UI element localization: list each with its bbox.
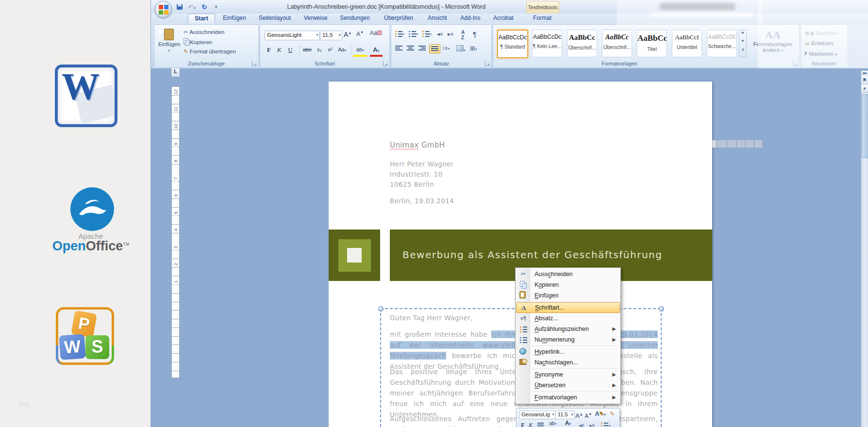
tab-ansicht[interactable]: Ansicht bbox=[424, 14, 451, 23]
split-handle-icon[interactable]: ▬ bbox=[861, 71, 868, 75]
mini-bold-button[interactable]: F bbox=[519, 421, 526, 427]
menu-item-absatz[interactable]: ≡¶Absatz... bbox=[516, 313, 620, 324]
mini-format-painter-button[interactable]: ✎ bbox=[608, 410, 617, 419]
orb-green-square bbox=[159, 10, 163, 15]
align-right-button[interactable] bbox=[418, 45, 426, 51]
grow-font-button[interactable]: A▲ bbox=[344, 31, 351, 38]
mini-justify-button[interactable] bbox=[536, 421, 545, 427]
menu-item-nachschlagen[interactable]: Nachschlagen... bbox=[516, 357, 620, 368]
mini-font-name-combo[interactable]: GeosansLig bbox=[519, 411, 556, 419]
style-card-schwache-hervorhebung[interactable]: AaBbCcDcSchwache... bbox=[707, 30, 737, 57]
menu-item-ausschneiden[interactable]: ✂Ausschneiden bbox=[516, 269, 620, 279]
style-card-titel[interactable]: AaBbCcTitel bbox=[637, 30, 667, 57]
style-card-ueberschrift2[interactable]: AaBbCcÜberschrif... bbox=[602, 30, 632, 57]
textbox-handle-top-left[interactable] bbox=[378, 306, 384, 312]
tab-format-contextual[interactable]: Format bbox=[530, 14, 555, 23]
cut-button[interactable]: ✂ Ausschneiden bbox=[184, 29, 224, 35]
numbering-button[interactable]: ▾ bbox=[409, 31, 418, 37]
subscript-button[interactable]: x₂ bbox=[315, 45, 324, 55]
style-card-standard[interactable]: AaBbCcDc¶ Standard bbox=[497, 30, 528, 58]
change-case-button[interactable]: Aa▾ bbox=[336, 45, 349, 55]
menu-item-einfuegen[interactable]: Einfügen bbox=[516, 290, 620, 301]
tab-ueberpruefen[interactable]: Überprüfen bbox=[380, 14, 417, 23]
tab-sendungen[interactable]: Sendungen bbox=[337, 14, 372, 23]
justify-icon bbox=[431, 46, 438, 52]
superscript-button[interactable]: x² bbox=[325, 45, 335, 55]
style-card-kein-leerraum[interactable]: AaBbCcDc¶ Kein Lee... bbox=[532, 30, 562, 57]
menu-item-formatvorlagen[interactable]: Formatvorlagen▶ bbox=[516, 392, 620, 403]
mini-font-color-button[interactable]: A▾ bbox=[562, 420, 574, 427]
clear-formatting-button[interactable]: Aa bbox=[370, 30, 382, 36]
styles-gallery-scroll[interactable]: ▲▼⇟ bbox=[739, 30, 747, 57]
bullets-button[interactable]: ▾ bbox=[395, 31, 404, 37]
vertical-scrollbar[interactable]: ▬ ▣ ▲ bbox=[861, 70, 868, 427]
dialog-launcher-icon[interactable] bbox=[252, 61, 257, 66]
underline-button[interactable]: U bbox=[284, 45, 296, 55]
menu-item-aufzaehlungszeichen[interactable]: Aufzählungszeichen▶ bbox=[516, 324, 620, 334]
align-left-button[interactable] bbox=[395, 45, 402, 51]
menu-item-nummerierung[interactable]: Nummerierung▶ bbox=[516, 334, 620, 345]
wps-office-logo[interactable]: P W S bbox=[56, 307, 114, 365]
save-button[interactable] bbox=[175, 3, 185, 12]
style-card-untertitel[interactable]: AaBbCcIUntertitel bbox=[672, 30, 702, 57]
show-paragraph-marks-button[interactable]: ¶ bbox=[473, 31, 477, 38]
undo-button[interactable]: ↶▾ bbox=[187, 3, 197, 12]
menu-item-uebersetzen[interactable]: Übersetzen▶ bbox=[516, 380, 620, 391]
textbox-border-left[interactable] bbox=[380, 308, 381, 427]
mini-italic-button[interactable]: K bbox=[527, 421, 534, 427]
qat-customize-button[interactable]: ▾ bbox=[211, 3, 221, 12]
tab-add-ins[interactable]: Add-Ins bbox=[457, 14, 484, 23]
vertical-ruler[interactable]: 121110987654321 bbox=[171, 86, 180, 378]
menu-item-kopieren[interactable]: Kopieren bbox=[516, 279, 620, 290]
apache-openoffice-logo[interactable]: Apache OpenOfficeTM bbox=[30, 185, 151, 256]
font-color-button[interactable]: A▾ bbox=[370, 45, 383, 57]
dialog-launcher-icon[interactable] bbox=[485, 61, 490, 66]
shading-button[interactable]: ▾ bbox=[456, 45, 466, 52]
browse-object-button[interactable]: ▣ bbox=[861, 75, 868, 84]
tab-start[interactable]: Start bbox=[188, 14, 215, 23]
office-button[interactable] bbox=[155, 1, 172, 18]
decrease-indent-button[interactable]: ◂≡ bbox=[437, 31, 443, 37]
menu-item-synonyme[interactable]: Synonyme▶ bbox=[516, 369, 620, 380]
scroll-up-button[interactable]: ▲ bbox=[861, 84, 868, 93]
scrollbar-thumb[interactable] bbox=[862, 94, 868, 158]
mini-font-size-combo[interactable]: 11,5 bbox=[555, 411, 575, 419]
line-spacing-button[interactable]: ↕≡▾ bbox=[442, 45, 450, 51]
style-card-ueberschrift1[interactable]: AaBbCcÜberschrif... bbox=[567, 30, 597, 57]
mini-shrink-font-button[interactable]: A▼ bbox=[584, 410, 592, 419]
strikethrough-button[interactable]: abe bbox=[301, 45, 314, 55]
mini-bullets-button[interactable]: ▾ bbox=[599, 421, 613, 427]
tab-einfuegen[interactable]: Einfügen bbox=[219, 14, 250, 23]
tab-selector-button[interactable]: L bbox=[171, 68, 180, 77]
copy-button[interactable]: Kopieren bbox=[184, 38, 212, 45]
italic-button[interactable]: K bbox=[275, 45, 284, 55]
format-painter-button[interactable]: ✎ Format übertragen bbox=[184, 48, 236, 55]
textbox-border-right[interactable] bbox=[661, 308, 662, 427]
mini-increase-indent-button[interactable]: ▸≡ bbox=[587, 421, 597, 427]
font-name-combo[interactable]: GeosansLight bbox=[265, 31, 320, 40]
redo-button[interactable]: ↻ bbox=[200, 3, 209, 12]
sort-button[interactable]: AZ bbox=[461, 30, 465, 40]
menu-item-hyperlink[interactable]: Hyperlink... bbox=[516, 346, 620, 357]
increase-indent-button[interactable]: ▸≡ bbox=[448, 31, 453, 37]
mini-highlight-button[interactable]: ab▾ bbox=[547, 420, 559, 427]
bold-button[interactable]: F bbox=[264, 45, 274, 55]
textbox-handle-top-right[interactable] bbox=[659, 306, 664, 312]
font-size-combo[interactable]: 11,5 bbox=[320, 31, 342, 40]
tab-verweise[interactable]: Verweise bbox=[300, 14, 331, 23]
borders-button[interactable]: ⊞▾ bbox=[470, 45, 477, 52]
align-center-button[interactable] bbox=[407, 45, 414, 51]
mini-decrease-indent-button[interactable]: ◂≡ bbox=[577, 421, 586, 427]
menu-item-schriftart[interactable]: ASchriftart... bbox=[516, 302, 620, 313]
justify-button[interactable] bbox=[429, 44, 440, 53]
multilevel-list-button[interactable]: ▾ bbox=[422, 31, 432, 37]
highlight-color-button[interactable]: ab▾ bbox=[353, 45, 367, 57]
paste-button[interactable]: Einfügen▾ bbox=[158, 29, 180, 53]
mini-styles-button[interactable]: A✎▾ bbox=[594, 410, 607, 419]
dialog-launcher-icon[interactable] bbox=[383, 61, 388, 66]
ms-word-logo[interactable]: W bbox=[55, 65, 117, 127]
shrink-font-button[interactable]: A▼ bbox=[356, 31, 364, 37]
tab-acrobat[interactable]: Acrobat bbox=[490, 14, 517, 23]
tab-seitenlayout[interactable]: Seitenlayout bbox=[255, 14, 295, 23]
mini-grow-font-button[interactable]: A▲ bbox=[575, 410, 584, 419]
